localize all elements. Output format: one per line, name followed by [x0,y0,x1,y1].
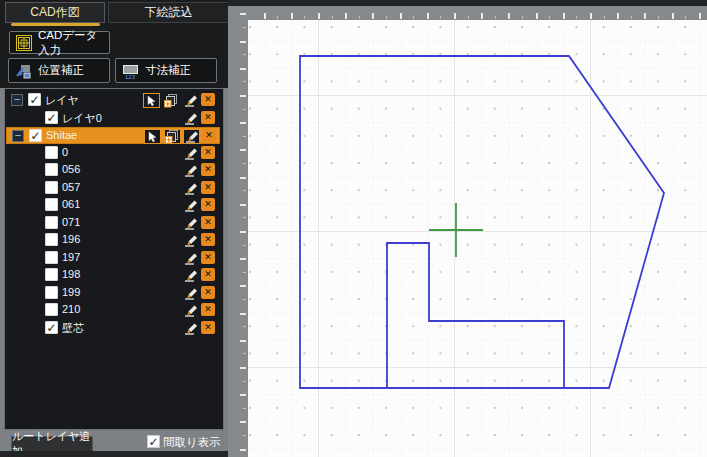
layer-visibility-checkbox[interactable]: ✓ [45,111,58,124]
layer-label: 056 [62,163,80,175]
layer-visibility-checkbox[interactable] [45,198,58,211]
floorplan-display-checkbox[interactable]: ✓ [147,435,160,448]
edit-layer-button[interactable] [182,111,199,126]
edit-layer-button[interactable] [182,146,199,161]
ruler-tick [304,16,305,19]
add-root-layer-button[interactable]: ルートレイヤ追加 [11,436,93,452]
delete-layer-button[interactable]: ✕ [201,233,215,246]
delete-layer-button[interactable]: ✕ [201,216,215,229]
layer-row-レイヤ[interactable]: −✓レイヤ✕ [6,92,220,109]
delete-layer-button[interactable]: ✕ [201,111,215,124]
position-correction-button[interactable]: 位置補正 [8,58,110,83]
layer-visibility-checkbox[interactable]: ✓ [29,129,42,142]
ruler-tick [454,13,456,19]
delete-layer-button[interactable]: ✕ [201,198,215,211]
layer-label: 0 [62,146,68,158]
edit-layer-button[interactable] [182,321,199,336]
edit-layer-button[interactable] [182,303,199,318]
delete-layer-button[interactable]: ✕ [201,303,215,316]
copy-layer-button[interactable] [163,93,180,108]
delete-x-icon: ✕ [201,251,215,264]
layer-row-196[interactable]: 196✕ [6,232,220,249]
layer-row-056[interactable]: 056✕ [6,162,220,179]
select-layer-button[interactable] [144,129,161,144]
ruler-tick [243,435,246,436]
edit-pencil-icon [184,199,198,212]
edit-layer-button[interactable] [182,251,199,266]
layer-visibility-checkbox[interactable] [45,181,58,194]
delete-layer-button[interactable]: ✕ [201,163,215,176]
layer-visibility-checkbox[interactable] [45,268,58,281]
ruler-tick [243,326,246,327]
layer-visibility-checkbox[interactable] [45,303,58,316]
ruler-tick [440,16,441,19]
ruler-tick [644,13,646,19]
edit-pencil-icon [184,252,198,265]
layer-visibility-checkbox[interactable] [45,233,58,246]
edit-layer-button[interactable] [182,216,199,231]
delete-x-icon: ✕ [201,321,215,334]
delete-x-icon: ✕ [201,111,215,124]
edit-pencil-icon [184,217,198,230]
ruler-tick [240,149,246,151]
layer-visibility-checkbox[interactable] [45,251,58,264]
delete-layer-button[interactable]: ✕ [201,321,215,334]
edit-pencil-icon [184,269,198,282]
layer-row-071[interactable]: 071✕ [6,215,220,232]
layer-visibility-checkbox[interactable] [45,216,58,229]
layer-visibility-checkbox[interactable]: ✓ [28,93,41,106]
delete-layer-button[interactable]: ✕ [201,286,215,299]
ruler-tick [699,13,701,19]
delete-layer-button[interactable]: ✕ [201,146,215,159]
cad-data-input-button[interactable]: CADデータ入力 [9,31,110,54]
delete-layer-button[interactable]: ✕ [202,129,216,142]
edit-layer-button[interactable] [182,286,199,301]
layer-row-壁芯[interactable]: ✓壁芯✕ [6,320,220,337]
edit-layer-button[interactable] [182,163,199,178]
dimension-correction-button[interactable]: 123 寸法補正 [115,58,217,83]
edit-layer-button[interactable] [182,93,199,108]
edit-pencil-icon [184,304,198,317]
edit-layer-button[interactable] [182,268,199,283]
delete-layer-button[interactable]: ✕ [201,181,215,194]
layer-tree-panel: −✓レイヤ✕✓レイヤ0✕−✓Shitae✕0✕056✕057✕061✕071✕1… [4,88,224,430]
edit-pencil-icon [185,130,199,143]
layer-row-061[interactable]: 061✕ [6,197,220,214]
tab-cad-drawing[interactable]: CAD作図 [5,2,105,23]
layer-row-Shitae[interactable]: −✓Shitae✕ [6,127,220,144]
layer-row-210[interactable]: 210✕ [6,302,220,319]
ruler-tick [243,109,246,110]
edit-layer-button[interactable] [182,233,199,248]
tab-sketch-import[interactable]: 下絵読込 [108,2,229,23]
cursor-arrow-icon [147,131,158,143]
layer-visibility-checkbox[interactable] [45,163,58,176]
layer-label: Shitae [46,129,77,141]
layer-row-0[interactable]: 0✕ [6,145,220,162]
layer-visibility-checkbox[interactable] [45,286,58,299]
ruler-tick [277,16,278,19]
edit-layer-button[interactable] [182,181,199,196]
edit-layer-button[interactable] [183,129,200,144]
tree-expander-icon[interactable]: − [11,94,23,106]
ruler-tick [495,16,496,19]
layer-row-197[interactable]: 197✕ [6,250,220,267]
edit-layer-button[interactable] [182,198,199,213]
layer-label: 198 [62,268,80,280]
layer-row-199[interactable]: 199✕ [6,285,220,302]
tree-expander-icon[interactable]: − [12,130,24,142]
layer-label: 210 [62,303,80,315]
delete-x-icon: ✕ [201,286,215,299]
select-layer-button[interactable] [143,93,160,108]
delete-layer-button[interactable]: ✕ [201,93,215,106]
layer-row-057[interactable]: 057✕ [6,180,220,197]
delete-layer-button[interactable]: ✕ [201,268,215,281]
layer-visibility-checkbox[interactable]: ✓ [45,321,58,334]
layer-row-198[interactable]: 198✕ [6,267,220,284]
layer-visibility-checkbox[interactable] [45,146,58,159]
layer-row-レイヤ0[interactable]: ✓レイヤ0✕ [6,110,220,127]
grid-major [248,20,707,457]
drawing-canvas[interactable] [248,20,707,457]
edit-pencil-icon [184,322,198,335]
copy-layer-button[interactable] [164,129,181,144]
delete-layer-button[interactable]: ✕ [201,251,215,264]
